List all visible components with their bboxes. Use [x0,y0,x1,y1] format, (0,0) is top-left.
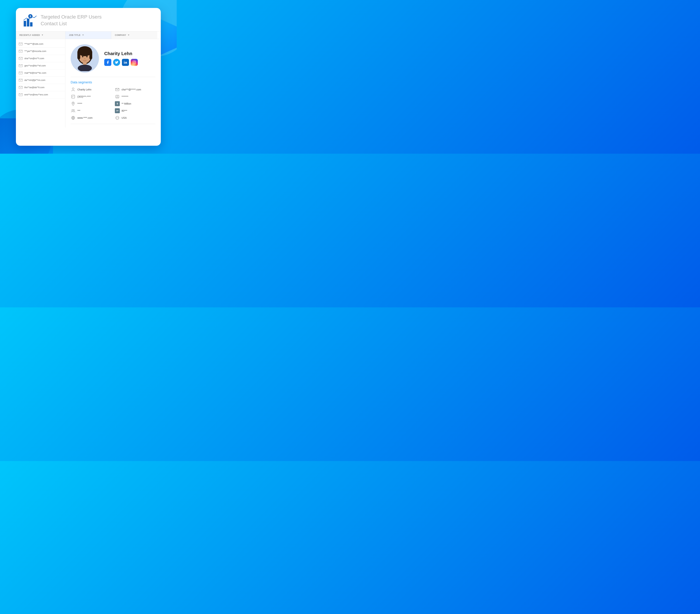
location-icon [71,101,76,106]
logo: $ [23,14,37,26]
filter-bar: RECENTLY ADDED JOB TITLE COMPANY [16,31,161,39]
chevron-down-icon [128,35,129,36]
mail-icon [19,72,23,74]
svg-point-15 [82,56,84,58]
svg-point-22 [72,88,74,90]
data-segments-title: Data segments [71,80,155,84]
svg-rect-12 [89,51,92,59]
list-item[interactable]: ***yer**@incorta.com [16,48,65,55]
zip-badge-icon: ZIP [115,108,120,113]
globe-icon [71,115,76,120]
mail-icon [19,64,23,67]
list-item[interactable]: tho**as@da**il.com [16,84,65,91]
contact-location: ***** [77,102,82,105]
contact-card: Charity Lehn [65,39,161,127]
contact-full-name: Charity Lehn [77,88,91,91]
svg-point-18 [124,61,125,62]
linkedin-icon[interactable] [122,59,129,66]
main-card: $ Targeted Oracle ERP Users Contact List… [16,8,161,146]
content-area: ***ne***@ods.com ***yer**@incorta.com sh… [16,39,161,127]
mail-icon [19,57,23,60]
svg-point-33 [73,110,75,111]
data-row-employees: *** [71,108,111,113]
data-row-zip: ZIP 80*** [115,108,155,113]
data-grid: Charity Lehn cha***@*****.com [71,87,155,120]
svg-point-14 [78,65,92,71]
contact-phone: (303)***-**** [77,95,91,98]
svg-rect-11 [77,51,80,59]
chevron-down-icon [42,35,43,36]
twitter-icon[interactable] [113,59,120,66]
mail-icon [19,42,23,46]
data-row-revenue: $ ** Million [115,101,155,106]
list-item[interactable]: mat**kl@me**kc.com [16,70,65,77]
list-item[interactable]: da**mh@jk**rm.com [16,77,65,84]
filter-company[interactable]: COMPANY [111,32,157,39]
data-row-country: USA [115,115,155,120]
id-badge-icon [115,94,120,99]
svg-point-32 [72,110,73,111]
globe2-icon [115,115,120,120]
mail-icon [19,86,23,89]
mail-icon [19,50,23,53]
data-row-name: Charity Lehn [71,87,111,92]
list-item[interactable]: ***ne***@ods.com [16,40,65,48]
contact-website: www.****.com [77,116,92,119]
data-row-location: ***** [71,101,111,106]
email-list: ***ne***@ods.com ***yer**@incorta.com sh… [16,39,65,127]
data-row-id: ******* [115,94,155,99]
avatar [71,44,99,73]
svg-point-21 [135,62,135,62]
social-icons [104,59,155,66]
header-title: Targeted Oracle ERP Users Contact List [41,14,102,27]
list-item[interactable]: geo**sn@bc**el.com [16,62,65,70]
list-item[interactable]: sha**on@ro**t.com [16,55,65,62]
contact-profile: Charity Lehn [71,44,155,77]
facebook-icon[interactable] [104,59,111,66]
person-icon [71,87,76,92]
dollar-badge-icon: $ [115,101,120,106]
mail-icon [19,79,23,82]
contact-revenue: ** Million [122,102,131,105]
svg-point-20 [134,62,135,63]
phone-icon [71,94,76,99]
svg-rect-19 [133,61,136,64]
data-segments-section: Data segments Charity Lehn c [71,80,155,124]
filter-job-title[interactable]: JOB TITLE [65,32,111,39]
svg-point-17 [84,58,86,59]
svg-point-16 [86,56,88,58]
svg-point-31 [73,103,74,103]
avatar-image [73,46,96,71]
data-row-phone: (303)***-**** [71,94,111,99]
group-icon [71,108,76,113]
contact-id: ******* [122,95,128,98]
data-row-website: www.****.com [71,115,111,120]
list-item[interactable]: emi**on@reu**ers.com [16,91,65,98]
dollar-icon: $ [28,14,33,18]
contact-name: Charity Lehn [104,51,155,57]
data-row-email: cha***@*****.com [115,87,155,92]
contact-zip: 80*** [122,109,127,112]
contact-email: cha***@*****.com [122,88,141,91]
instagram-icon[interactable] [131,59,138,66]
mail-icon [19,93,23,96]
contact-employees: *** [77,109,80,112]
svg-point-30 [117,96,118,97]
chevron-down-icon [82,35,84,36]
filter-recently-added[interactable]: RECENTLY ADDED [16,32,65,39]
header: $ Targeted Oracle ERP Users Contact List [16,8,161,31]
contact-info: Charity Lehn [104,51,155,66]
email-icon [115,87,120,92]
contact-country: USA [122,116,127,119]
svg-rect-24 [72,95,75,98]
